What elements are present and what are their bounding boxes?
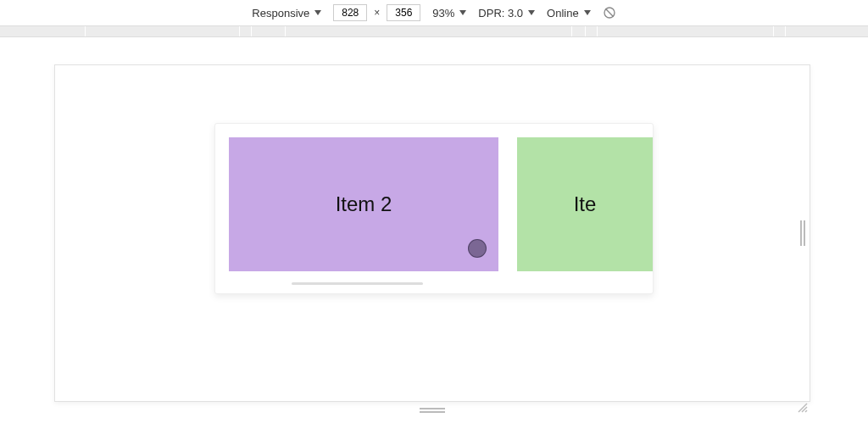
svg-line-4 (805, 410, 807, 412)
device-toolbar: Responsive × 93% DPR: 3.0 Online (0, 0, 868, 25)
touch-pointer-icon (468, 239, 487, 258)
height-input[interactable] (387, 4, 420, 21)
width-input[interactable] (333, 4, 367, 21)
dpr-label: DPR: 3.0 (478, 7, 523, 19)
viewport-stage: Item 2 Ite (0, 37, 868, 440)
resize-handle-bottom[interactable] (420, 408, 445, 415)
zoom-label: 93% (432, 7, 454, 19)
demo-card: Item 2 Ite (214, 123, 654, 294)
chevron-down-icon (584, 10, 591, 15)
media-query-ruler[interactable] (0, 25, 868, 37)
chevron-down-icon (528, 10, 535, 15)
times-label: × (374, 7, 380, 19)
dpr-dropdown[interactable]: DPR: 3.0 (478, 7, 535, 19)
item-label: Item 2 (336, 192, 392, 216)
horizontal-scroll-list[interactable]: Item 2 Ite (229, 137, 653, 275)
chevron-down-icon (459, 10, 466, 15)
resize-handle-corner[interactable] (796, 401, 808, 413)
zoom-dropdown[interactable]: 93% (432, 7, 466, 19)
resize-handle-right[interactable] (800, 220, 807, 246)
scrollbar-horizontal[interactable] (292, 282, 423, 285)
list-item[interactable]: Item 2 (229, 137, 498, 271)
device-frame: Item 2 Ite (54, 64, 810, 402)
device-mode-label: Responsive (252, 7, 309, 19)
device-mode-dropdown[interactable]: Responsive (252, 7, 321, 19)
dimensions-group: × (333, 4, 420, 21)
chevron-down-icon (314, 10, 321, 15)
item-label-partial: Ite (574, 192, 597, 216)
rotate-icon[interactable] (603, 6, 616, 19)
throttle-dropdown[interactable]: Online (547, 7, 591, 19)
list-item[interactable]: Ite (517, 137, 653, 271)
svg-line-1 (605, 8, 613, 16)
network-label: Online (547, 7, 579, 19)
